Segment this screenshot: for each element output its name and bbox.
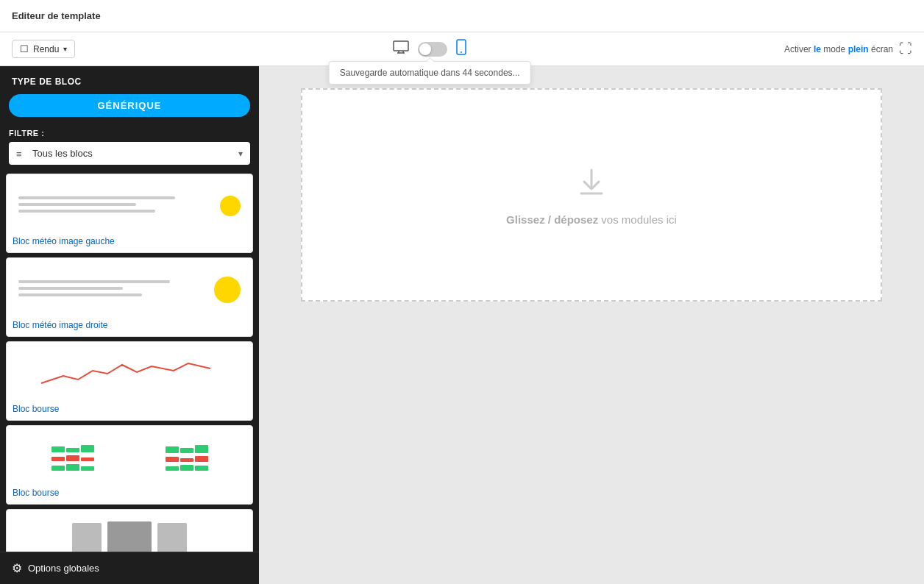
bourse-bar-group-5 bbox=[166, 456, 208, 462]
bourse-bar-red bbox=[66, 455, 79, 461]
bourse-bar-green bbox=[166, 446, 179, 453]
bourse-bar-green bbox=[195, 466, 208, 471]
rendu-label: Rendu bbox=[33, 44, 59, 54]
block-label-bourse-table: Bloc bourse bbox=[13, 488, 246, 498]
options-globales-button[interactable]: ⚙ Options globales bbox=[12, 561, 99, 575]
filter-label: FILTRE : bbox=[9, 129, 250, 138]
carousel-img-center bbox=[107, 521, 152, 552]
block-list: Bloc météo image gauche bbox=[0, 171, 259, 552]
toolbar-left: ☐ Rendu ▾ bbox=[12, 40, 75, 58]
carousel-img-right bbox=[157, 523, 187, 552]
bourse-bar-red bbox=[180, 458, 193, 462]
fullscreen-highlight-le: le bbox=[814, 44, 821, 54]
app-container: Editeur de template ☐ Rendu ▾ bbox=[0, 0, 924, 584]
filter-select[interactable]: Tous les blocs bbox=[9, 142, 250, 165]
text-line-2 bbox=[18, 287, 123, 290]
bourse-bar-green bbox=[180, 465, 193, 471]
carousel-img-left bbox=[72, 523, 102, 552]
bourse-bar-green bbox=[81, 445, 94, 452]
sidebar-footer: ⚙ Options globales bbox=[0, 552, 259, 584]
bourse-bar-group-3 bbox=[51, 464, 94, 471]
bourse-line-chart bbox=[13, 350, 246, 398]
bourse-bar-red bbox=[166, 457, 179, 462]
autosave-tooltip: Sauvegarde automatique dans 44 secondes.… bbox=[329, 61, 531, 85]
canvas-frame[interactable]: Glissez / déposez vos modules ici bbox=[301, 88, 882, 302]
drop-icon bbox=[574, 164, 609, 206]
sun-icon bbox=[220, 196, 241, 216]
bourse-bar-green bbox=[66, 448, 79, 452]
bourse-bar-group-2 bbox=[51, 455, 94, 461]
text-line-3 bbox=[18, 293, 142, 296]
bourse-col-1 bbox=[51, 445, 94, 471]
mobile-icon[interactable] bbox=[456, 39, 466, 59]
device-toggle[interactable] bbox=[418, 42, 447, 57]
filter-section: FILTRE : ≡ Tous les blocs ▾ bbox=[0, 124, 259, 171]
bourse-bar-group-6 bbox=[166, 465, 208, 471]
drop-text-rest: vos modules ici bbox=[598, 213, 677, 226]
block-label-bourse-line: Bloc bourse bbox=[13, 404, 246, 414]
bourse-bar-green bbox=[66, 464, 79, 471]
meteo-right-text-lines bbox=[18, 280, 208, 300]
toolbar-center: Sauvegarde automatique dans 44 secondes.… bbox=[393, 39, 466, 59]
bourse-bar-green bbox=[180, 448, 193, 453]
sidebar: TYPE DE BLOC GÉNÉRIQUE FILTRE : ≡ Tous l… bbox=[0, 66, 259, 584]
fullscreen-highlight-plein: plein bbox=[848, 44, 869, 54]
options-globales-label: Options globales bbox=[28, 563, 99, 574]
text-line-1 bbox=[18, 280, 170, 283]
block-preview-carousel bbox=[13, 516, 246, 552]
bourse-bar-red bbox=[195, 456, 208, 462]
bourse-bar-green bbox=[195, 445, 208, 453]
sun-icon bbox=[214, 277, 241, 303]
bourse-bar-group bbox=[51, 445, 94, 452]
meteo-right-preview bbox=[13, 268, 246, 312]
bourse-bar-group-4 bbox=[166, 445, 208, 453]
toolbar: ☐ Rendu ▾ bbox=[0, 32, 924, 66]
toolbar-right: Activer le mode plein écran ⛶ bbox=[784, 41, 912, 57]
autosave-text: Sauvegarde automatique dans 44 secondes.… bbox=[340, 68, 520, 78]
bourse-bar-red bbox=[51, 457, 65, 461]
text-line-3 bbox=[18, 210, 155, 213]
generique-button[interactable]: GÉNÉRIQUE bbox=[9, 94, 250, 117]
fullscreen-text: Activer le mode plein écran bbox=[784, 44, 893, 54]
filter-chevron-icon: ▾ bbox=[238, 149, 243, 159]
bourse-bar-green bbox=[51, 466, 65, 471]
main-area: TYPE DE BLOC GÉNÉRIQUE FILTRE : ≡ Tous l… bbox=[0, 66, 924, 584]
text-line-2 bbox=[18, 203, 136, 206]
svg-point-5 bbox=[461, 51, 462, 53]
chevron-down-icon: ▾ bbox=[63, 45, 67, 53]
sidebar-header: TYPE DE BLOC bbox=[0, 66, 259, 94]
meteo-left-preview bbox=[13, 184, 246, 228]
filter-select-wrapper: ≡ Tous les blocs ▾ bbox=[9, 142, 250, 165]
meteo-left-text-lines bbox=[18, 196, 214, 216]
block-preview-meteo-droite bbox=[13, 264, 246, 316]
drop-zone-text: Glissez / déposez vos modules ici bbox=[506, 213, 677, 226]
bourse-col-2 bbox=[166, 445, 208, 471]
block-item-carousel[interactable]: Bloc carousel 1 image bbox=[6, 509, 253, 552]
canvas-area: Glissez / déposez vos modules ici bbox=[259, 66, 924, 584]
carousel-preview bbox=[13, 518, 246, 552]
bourse-bar-green bbox=[81, 466, 94, 471]
bourse-bar-green bbox=[51, 446, 65, 452]
block-item-bourse-table[interactable]: Bloc bourse bbox=[6, 425, 253, 505]
text-line-1 bbox=[18, 196, 175, 199]
block-preview-meteo-gauche bbox=[13, 180, 246, 232]
desktop-icon[interactable] bbox=[393, 40, 409, 57]
top-bar: Editeur de template bbox=[0, 0, 924, 32]
gear-icon: ⚙ bbox=[12, 561, 22, 575]
rendu-button[interactable]: ☐ Rendu ▾ bbox=[12, 40, 75, 58]
block-item-bourse-line[interactable]: Bloc bourse bbox=[6, 341, 253, 421]
app-title: Editeur de template bbox=[12, 10, 101, 21]
bourse-bar-red bbox=[81, 457, 94, 461]
block-preview-bourse-table bbox=[13, 432, 246, 483]
svg-rect-0 bbox=[394, 41, 408, 51]
block-item-meteo-droite[interactable]: Bloc météo image droite bbox=[6, 257, 253, 337]
block-label-meteo-gauche: Bloc météo image gauche bbox=[13, 236, 246, 246]
toggle-knob bbox=[419, 43, 431, 55]
fullscreen-icon[interactable]: ⛶ bbox=[899, 41, 912, 57]
block-label-meteo-droite: Bloc météo image droite bbox=[13, 320, 246, 330]
bourse-bar-green bbox=[166, 466, 179, 471]
phone-frame-icon: ☐ bbox=[20, 43, 29, 54]
bourse-table-preview bbox=[13, 434, 246, 482]
block-preview-bourse-line bbox=[13, 348, 246, 399]
block-item-meteo-gauche[interactable]: Bloc météo image gauche bbox=[6, 174, 253, 253]
